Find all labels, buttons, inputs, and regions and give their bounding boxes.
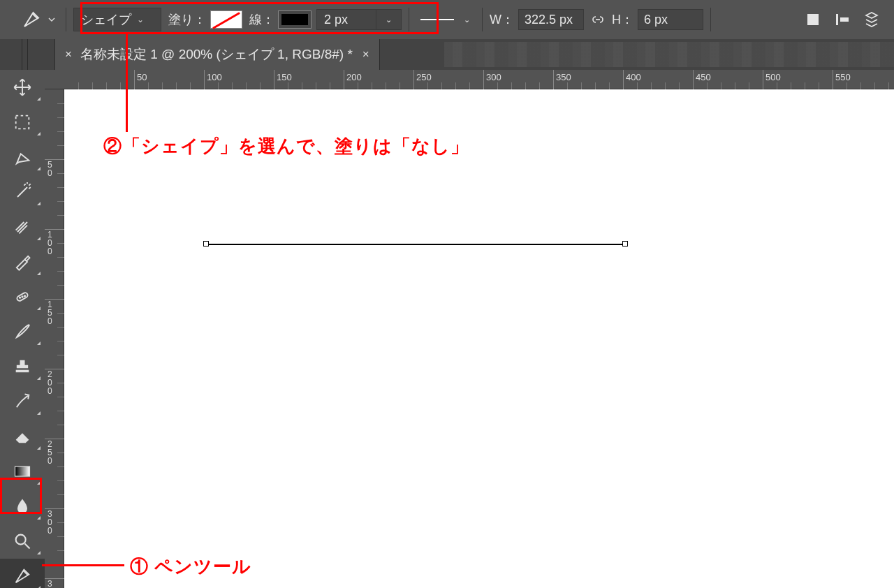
ruler-vertical: 5 01 0 01 5 02 0 02 5 03 0 03 5 0 (45, 89, 64, 588)
svg-rect-8 (16, 370, 29, 373)
height-field: H： 6 px (612, 9, 703, 30)
height-input[interactable]: 6 px (638, 9, 703, 30)
annotation-connector (42, 564, 124, 566)
path-operations-icon[interactable] (805, 11, 821, 28)
svg-point-5 (20, 297, 20, 297)
pen-tool-icon[interactable] (21, 9, 42, 30)
stroke-weight-chevron-icon[interactable]: ⌄ (376, 9, 402, 30)
svg-point-10 (16, 535, 26, 545)
option-bar: シェイプ ⌄ 塗り： 線： 2 px ⌄ ⌄ W： 322.5 px H： 6 … (0, 0, 894, 39)
stroke-label: 線： (249, 11, 274, 28)
fill-label: 塗り： (168, 11, 206, 28)
height-label: H： (612, 11, 633, 28)
brush-tool-icon[interactable] (0, 314, 45, 349)
eraser-tool-icon[interactable] (0, 419, 45, 454)
smudge-tool-icon[interactable] (0, 489, 45, 524)
path-alignment-icon[interactable] (834, 11, 851, 28)
fill-swatch-none[interactable] (210, 10, 242, 29)
obscured-tabs (444, 42, 894, 67)
tab-close-left-icon[interactable]: × (65, 47, 72, 61)
drawn-shape-line[interactable] (206, 244, 626, 245)
move-tool-icon[interactable] (0, 70, 45, 105)
stroke-weight-value[interactable]: 2 px (316, 9, 376, 30)
divider (482, 8, 483, 31)
svg-rect-0 (807, 14, 819, 25)
svg-rect-3 (16, 116, 29, 129)
tool-mode-label: シェイプ (81, 11, 131, 28)
eyedropper-tool-icon[interactable] (0, 244, 45, 279)
tab-close-icon[interactable]: × (362, 47, 369, 61)
document-tab-title: 名称未設定 1 @ 200% (シェイプ 1, RGB/8#) * (80, 45, 353, 64)
divider (66, 8, 66, 31)
stroke-swatch-black[interactable] (279, 11, 311, 28)
annotation-shape-label: ②「シェイプ」を選んで、塗りは「なし」 (103, 134, 469, 159)
toolbox (0, 70, 45, 588)
document-tab[interactable]: × 名称未設定 1 @ 200% (シェイプ 1, RGB/8#) * × (54, 39, 380, 70)
right-icon-group (805, 11, 894, 28)
pen-tool-icon[interactable] (0, 559, 45, 588)
history-brush-tool-icon[interactable] (0, 384, 45, 419)
anchor-handle-right[interactable] (622, 241, 628, 247)
stroke-style-chevron-icon[interactable]: ⌄ (458, 12, 475, 27)
svg-rect-1 (836, 14, 838, 25)
svg-point-6 (22, 296, 22, 297)
tool-mode-dropdown[interactable]: シェイプ ⌄ (73, 8, 161, 31)
marquee-tool-icon[interactable] (0, 105, 45, 140)
chevron-down-icon: ⌄ (137, 15, 144, 24)
canvas[interactable] (64, 89, 894, 588)
ruler-horizontal: 50100150200250300350400450500550600 (45, 70, 894, 89)
stroke-weight-field[interactable]: 2 px ⌄ (316, 9, 402, 30)
stamp-tool-icon[interactable] (0, 349, 45, 384)
divider (710, 8, 711, 31)
width-label: W： (490, 11, 514, 28)
healing-tool-icon[interactable] (0, 279, 45, 314)
annotation-connector (126, 34, 128, 132)
crop-tool-icon[interactable] (0, 210, 45, 244)
svg-rect-9 (15, 466, 30, 476)
svg-rect-2 (840, 17, 849, 22)
magic-wand-tool-icon[interactable] (0, 175, 45, 210)
zoom-tool-icon[interactable] (0, 524, 45, 559)
tool-preset-chevron-icon[interactable] (45, 16, 59, 23)
width-input[interactable]: 322.5 px (518, 9, 584, 30)
anchor-handle-left[interactable] (203, 241, 209, 247)
stroke-style-preview[interactable] (416, 12, 458, 27)
lasso-tool-icon[interactable] (0, 140, 45, 175)
width-field: W： 322.5 px (490, 9, 584, 30)
svg-point-7 (24, 295, 25, 296)
divider (409, 8, 409, 31)
path-arrangement-icon[interactable] (863, 11, 880, 28)
gradient-tool-icon[interactable] (0, 454, 45, 489)
link-dimensions-icon[interactable] (588, 15, 608, 24)
annotation-pen-label: ① ペンツール (130, 554, 251, 579)
